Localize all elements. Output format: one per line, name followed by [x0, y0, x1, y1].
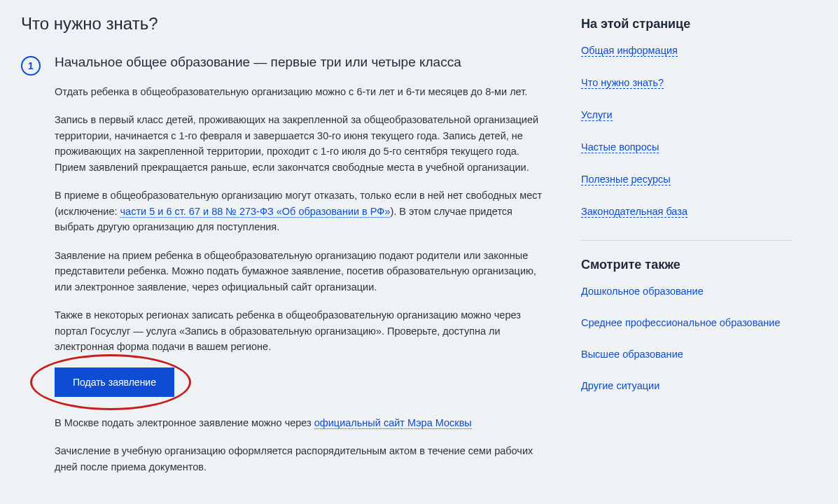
numbered-section: 1 Начальное общее образование — первые т…	[21, 55, 553, 487]
sidebar-nav-link-faq[interactable]: Частые вопросы	[581, 141, 659, 153]
sidebar-seealso-link-vocational[interactable]: Среднее профессиональное образование	[581, 317, 780, 328]
law-link[interactable]: части 5 и 6 ст. 67 и 88 № 273-ФЗ «Об обр…	[120, 206, 391, 218]
paragraph-5: Также в некоторых регионах записать ребе…	[55, 307, 553, 354]
sidebar-seealso-link-preschool[interactable]: Дошкольное образование	[581, 286, 704, 297]
sidebar-nav-link-general-info[interactable]: Общая информация	[581, 45, 678, 57]
paragraph-2: Запись в первый класс детей, проживающих…	[55, 112, 553, 175]
paragraph-3: В приеме в общеобразовательную организац…	[55, 188, 553, 234]
moscow-mayor-link[interactable]: официальный сайт Мэра Москвы	[314, 417, 472, 429]
paragraph-4: Заявление на прием ребенка в общеобразов…	[55, 248, 553, 295]
sidebar-divider	[581, 240, 791, 241]
sidebar-seealso-link-other[interactable]: Другие ситуации	[581, 380, 659, 391]
main-content: Что нужно знать? 1 Начальное общее образ…	[21, 14, 581, 501]
step-number-badge: 1	[21, 56, 41, 76]
submit-application-button[interactable]: Подать заявление	[55, 368, 174, 397]
sidebar-nav-heading: На этой странице	[581, 17, 791, 31]
section-heading: Начальное общее образование — первые три…	[55, 55, 553, 70]
sidebar-nav-link-resources[interactable]: Полезные ресурсы	[581, 174, 671, 186]
sidebar: На этой странице Общая информация Что ну…	[581, 14, 791, 501]
sidebar-nav-link-what-to-know[interactable]: Что нужно знать?	[581, 77, 664, 89]
sidebar-seealso-heading: Смотрите также	[581, 258, 791, 272]
paragraph-6: В Москве подать электронное заявление мо…	[55, 415, 553, 430]
section-body: Начальное общее образование — первые три…	[55, 55, 553, 487]
sidebar-nav-link-services[interactable]: Услуги	[581, 109, 613, 121]
submit-button-wrapper: Подать заявление	[55, 368, 174, 397]
sidebar-nav-link-legislation[interactable]: Законодательная база	[581, 206, 687, 218]
page-title: Что нужно знать?	[21, 14, 553, 34]
sidebar-seealso-link-higher[interactable]: Высшее образование	[581, 349, 683, 360]
paragraph-7: Зачисление в учебную организацию оформля…	[55, 443, 553, 475]
paragraph-1: Отдать ребенка в общеобразовательную орг…	[55, 84, 553, 99]
paragraph-6-before: В Москве подать электронное заявление мо…	[55, 417, 314, 428]
